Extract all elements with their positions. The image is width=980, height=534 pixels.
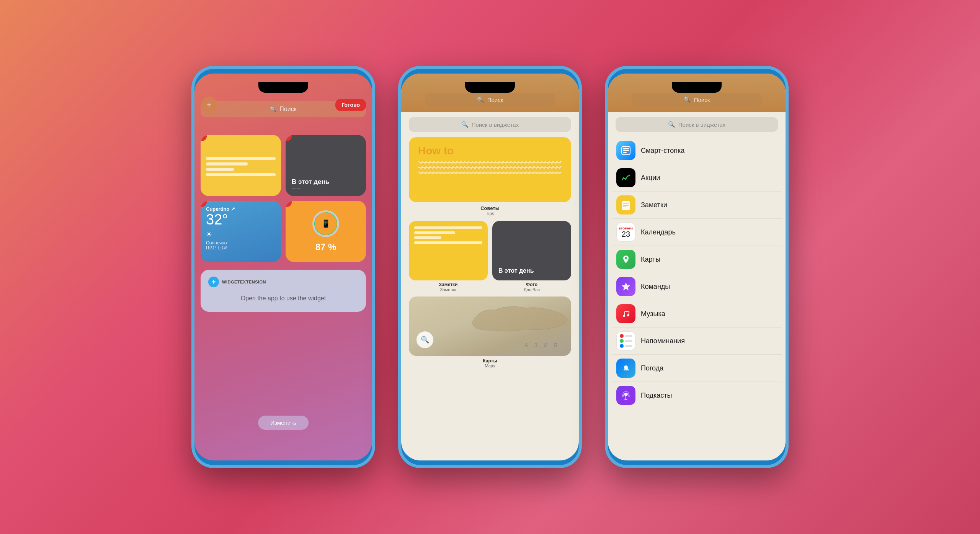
notes-icon [206, 140, 220, 154]
weather-widget[interactable]: − Cupertino ↗ 32° ☀ Солнечно H:31° L:14° [201, 201, 281, 262]
shortcuts-icon-svg [621, 281, 631, 292]
list-item[interactable]: Погода [612, 355, 782, 382]
smartstack-icon-svg [621, 145, 631, 156]
telegram-header: ✈ WIDGETEXTENSION [208, 277, 358, 287]
notes-line-2 [206, 162, 248, 165]
reminders-icon-inner [617, 331, 635, 351]
notes-small-sublabel: Заметка [409, 287, 488, 292]
notes-small-container: Заметки Заметка [409, 221, 488, 292]
tips-line-2 [418, 166, 562, 169]
svg-rect-4 [622, 201, 630, 210]
notes-small-widget[interactable] [409, 221, 488, 280]
widget-search-label: Поиск в виджетах [472, 121, 519, 128]
map-asia-label: А З И Я [524, 342, 560, 348]
n2-line3 [414, 236, 441, 239]
map-widget[interactable]: А З И Я 🔍 [409, 296, 571, 356]
list-item[interactable]: Карты [612, 246, 782, 273]
search-label: Поиск [279, 106, 296, 113]
telegram-widget[interactable]: ✈ WIDGETEXTENSION Open the app to use th… [201, 270, 366, 312]
rem-circle-3 [620, 344, 624, 348]
notes-app-icon [616, 195, 635, 215]
list-item[interactable]: Музыка [612, 300, 782, 328]
remove-battery-button[interactable]: − [286, 201, 292, 207]
svg-rect-3 [623, 152, 627, 153]
n2-line4 [414, 241, 482, 244]
svg-point-11 [627, 314, 629, 316]
map-search-button[interactable]: 🔍 [416, 331, 433, 348]
app-name-shortcuts: Команды [641, 283, 670, 291]
music-icon [616, 304, 635, 323]
add-widget-button[interactable]: + [201, 97, 217, 113]
weather-location: Cupertino ↗ [206, 206, 276, 212]
widget-search-icon: 🔍 [461, 121, 469, 128]
telegram-logo: ✈ [208, 277, 219, 287]
notes-small-label: Заметки [409, 282, 488, 287]
telegram-label: WIDGETEXTENSION [222, 280, 266, 284]
list-item[interactable]: ВТОРНИК 23 Календарь [612, 219, 782, 246]
app-name-reminders: Напоминания [641, 337, 685, 345]
svg-marker-9 [622, 283, 630, 290]
phone1-topbar: + Готово 🔍 Поиск [201, 97, 366, 117]
rem-row-3 [620, 344, 632, 348]
smartstack-icon [616, 141, 635, 160]
photos-small-widget[interactable]: В этот день — — [492, 221, 571, 280]
app-name-music: Музыка [641, 310, 665, 318]
list-item[interactable]: Команды [612, 273, 782, 300]
svg-rect-1 [623, 148, 629, 149]
notes-line-1 [206, 157, 276, 160]
weather-temp: 32° [206, 212, 276, 228]
rem-line-2 [625, 340, 632, 342]
tips-sublabel: Tips [401, 211, 579, 216]
widget-search-icon-3: 🔍 [668, 121, 675, 128]
list-item[interactable]: Напоминания [612, 328, 782, 355]
tips-lines [418, 161, 562, 174]
remove-today-button[interactable]: − [286, 135, 292, 141]
app-name-weather: Погода [641, 364, 663, 372]
app-name-stocks: Акции [641, 174, 660, 182]
phone-1-content: + Готово 🔍 Поиск − [194, 74, 372, 460]
edit-button[interactable]: Изменить [258, 416, 309, 430]
widget-search-bar-3[interactable]: 🔍 Поиск в виджетах [616, 117, 778, 132]
search-label-3: Поиск [694, 97, 710, 103]
widget-grid: − − В этот день — — [201, 135, 366, 262]
podcasts-icon [616, 386, 635, 405]
maps-icon-svg [621, 254, 631, 265]
done-button[interactable]: Готово [335, 99, 366, 111]
weather-app-icon-svg [621, 363, 631, 373]
phone3-topbar: 🔍 Поиск [608, 74, 786, 112]
svg-rect-2 [623, 150, 629, 151]
photos-text: В этот день [498, 267, 534, 274]
battery-widget[interactable]: − 📱 87 % [286, 201, 366, 262]
phone-1: + Готово 🔍 Поиск − [191, 66, 375, 468]
search-icon: 🔍 [270, 106, 276, 112]
svg-point-10 [623, 315, 625, 317]
notch-1 [258, 82, 308, 93]
widget-search-bar[interactable]: 🔍 Поиск в виджетах [409, 117, 571, 132]
photos-small-container: В этот день — — Фото Для Вас [492, 221, 571, 292]
shortcuts-icon [616, 277, 635, 296]
list-item[interactable]: Смарт-стопка [612, 137, 782, 164]
rem-circle-2 [620, 339, 624, 343]
map-background: А З И Я 🔍 [409, 296, 571, 356]
list-item[interactable]: Заметки [612, 192, 782, 219]
maps-label: Карты [401, 358, 579, 364]
list-item[interactable]: Акции [612, 164, 782, 192]
app-name-smartstack: Смарт-стопка [641, 147, 684, 155]
stocks-icon [616, 168, 635, 187]
phone-3-content: 🔍 Поиск 🔍 Поиск в виджетах [608, 74, 786, 460]
tips-widget[interactable]: How to [409, 137, 571, 202]
notes-widget[interactable]: − [201, 135, 281, 196]
rem-circle-1 [620, 334, 624, 338]
calendar-date-num: 23 [619, 230, 633, 238]
weather-sun-icon: ☀ [206, 230, 276, 239]
notes-line-3 [206, 168, 234, 171]
app-name-podcasts: Подкасты [641, 391, 672, 400]
phone2-search[interactable]: 🔍 Поиск [425, 93, 555, 106]
podcasts-icon-svg [621, 390, 631, 401]
phone3-search[interactable]: 🔍 Поиск [632, 93, 762, 106]
today-widget[interactable]: − В этот день — — [286, 135, 366, 196]
rem-line-1 [625, 335, 632, 337]
list-item[interactable]: Подкасты [612, 382, 782, 409]
phone-2: 🔍 Поиск 🔍 Поиск в виджетах How to Советы [398, 66, 582, 468]
n2-line1 [414, 226, 482, 229]
